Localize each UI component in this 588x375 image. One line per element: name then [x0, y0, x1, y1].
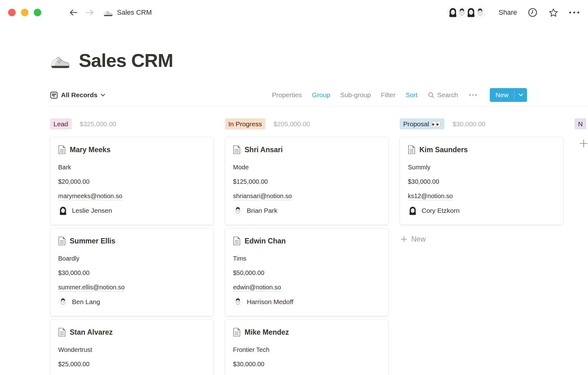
email-link[interactable]: ks12@notion.so	[408, 192, 453, 200]
avatar	[474, 7, 486, 18]
plus-icon	[400, 236, 408, 243]
forward-arrow-icon[interactable]	[85, 8, 94, 17]
filter-button[interactable]: Filter	[381, 91, 396, 99]
amount-field: $30,000.00	[58, 269, 205, 277]
zoom-window-button[interactable]	[34, 9, 41, 16]
card-kim-saunders[interactable]: Kim Saunders Summly $30,000.00 ks12@noti…	[400, 137, 563, 225]
card-title: Summer Ellis	[70, 237, 115, 245]
company-field: Summly	[408, 163, 554, 171]
page-icon	[58, 145, 66, 154]
favorite-star-icon[interactable]	[548, 8, 559, 18]
page-icon	[233, 145, 241, 154]
card-title: Edwin Chan	[245, 237, 286, 245]
sort-button[interactable]: Sort	[405, 91, 418, 99]
back-arrow-icon[interactable]	[69, 8, 78, 17]
company-field: Wondertrust	[58, 346, 205, 354]
status-badge[interactable]: N	[575, 118, 586, 129]
add-card-plus-icon[interactable]	[578, 138, 588, 149]
group-button[interactable]: Group	[312, 91, 330, 99]
company-field: Tims	[233, 255, 379, 262]
card-stan-alvarez[interactable]: Stan Alvarez Wondertrust $25,000.00 stan…	[50, 319, 214, 375]
add-card-button[interactable]: New	[400, 234, 426, 245]
column-sum: $30,000.00	[453, 120, 485, 128]
card-title: Shri Ansari	[245, 146, 283, 154]
properties-button[interactable]: Properties	[272, 91, 302, 99]
card-mary-meeks[interactable]: Mary Meeks Bark $20,000.00 marymeeks@not…	[50, 137, 214, 225]
view-more-options-icon[interactable]	[468, 93, 478, 97]
person-avatar	[233, 297, 243, 307]
eyes-emoji	[431, 121, 441, 128]
email-link[interactable]: marymeeks@notion.so	[58, 192, 122, 200]
status-badge[interactable]: Proposal	[400, 118, 444, 129]
breadcrumb-title: Sales CRM	[117, 8, 152, 17]
company-field: Mode	[233, 163, 379, 171]
card-title: Mike Mendez	[245, 328, 289, 337]
minimize-window-button[interactable]	[21, 9, 28, 16]
company-field: Frontier Tech	[233, 346, 379, 354]
person-name: Leslie Jensen	[72, 207, 112, 214]
status-label: N	[578, 118, 583, 129]
new-record-button[interactable]: New	[490, 88, 527, 102]
email-link[interactable]: shriansari@notion.so	[233, 192, 292, 200]
person-name: Cory Etzkorn	[422, 207, 459, 214]
page-icon	[233, 237, 241, 245]
card-summer-ellis[interactable]: Summer Ellis Boardly $30,000.00 summer.e…	[50, 228, 214, 316]
sub-group-button[interactable]: Sub-group	[340, 91, 371, 99]
close-window-button[interactable]	[8, 9, 16, 16]
page-sneaker-icon[interactable]	[50, 50, 71, 71]
share-button[interactable]: Share	[499, 8, 517, 17]
amount-field: $125,000.00	[233, 178, 379, 186]
email-link[interactable]: edwin@notion.so	[233, 283, 281, 292]
status-badge[interactable]: In Progress	[225, 118, 265, 129]
card-title: Mary Meeks	[70, 146, 110, 154]
more-options-icon[interactable]	[569, 12, 579, 13]
person-avatar	[58, 297, 68, 307]
status-label: Proposal	[403, 118, 429, 129]
board-column-proposal: Proposal $30,000.00 Kim Saunders Summly …	[400, 107, 563, 375]
updates-clock-icon[interactable]	[528, 8, 538, 18]
page-title[interactable]: Sales CRM	[79, 49, 173, 72]
person-avatar	[58, 206, 68, 216]
traffic-lights	[8, 9, 41, 16]
page-icon	[233, 328, 241, 337]
person-name: Harrison Medoff	[247, 298, 293, 306]
status-badge[interactable]: Lead	[50, 118, 72, 129]
column-sum: $205,000.00	[273, 120, 310, 128]
new-button-label: New	[490, 88, 514, 102]
board-column-clipped: N	[575, 107, 588, 375]
card-title: Stan Alvarez	[70, 328, 113, 337]
email-link[interactable]: summer.ellis@notion.so	[58, 283, 125, 292]
page-content: Sales CRM All Records Properties Group S…	[0, 49, 588, 375]
add-card-label: New	[411, 235, 426, 243]
card-edwin-chan[interactable]: Edwin Chan Tims $50,000.00 edwin@notion.…	[225, 228, 388, 316]
view-toolbar: All Records Properties Group Sub-group F…	[50, 88, 588, 107]
search-icon	[428, 92, 435, 99]
column-sum: $325,000.00	[80, 120, 116, 128]
view-switcher[interactable]: All Records	[50, 91, 105, 99]
card-title: Kim Saunders	[419, 146, 468, 154]
status-label: Lead	[53, 118, 68, 129]
board-column-lead: Lead $325,000.00 Mary Meeks Bark $20,000…	[50, 107, 214, 375]
sidebar-menu-icon[interactable]	[50, 9, 59, 16]
amount-field: $30,000.00	[233, 360, 379, 368]
collaborator-avatars[interactable]	[447, 7, 486, 18]
person-avatar	[408, 206, 418, 216]
board-column-in-progress: In Progress $205,000.00 Shri Ansari Mode…	[225, 107, 388, 375]
search-button[interactable]: Search	[428, 91, 458, 99]
board-view-icon	[50, 91, 58, 99]
page-icon	[58, 328, 66, 337]
amount-field: $30,000.00	[408, 178, 554, 186]
kanban-board: Lead $325,000.00 Mary Meeks Bark $20,000…	[50, 107, 588, 375]
page-icon	[408, 145, 415, 154]
amount-field: $25,000.00	[58, 360, 205, 368]
page-icon	[58, 237, 66, 245]
breadcrumb[interactable]: Sales CRM	[103, 8, 152, 17]
new-button-chevron-icon[interactable]	[514, 88, 527, 102]
current-view-label: All Records	[61, 91, 98, 99]
chevron-down-icon	[101, 94, 105, 97]
person-avatar	[233, 206, 243, 216]
card-shri-ansari[interactable]: Shri Ansari Mode $125,000.00 shriansari@…	[225, 137, 388, 225]
window-titlebar: Sales CRM Share	[0, 0, 588, 23]
card-mike-mendez[interactable]: Mike Mendez Frontier Tech $30,000.00 mik…	[225, 319, 388, 375]
person-name: Ben Lang	[72, 298, 100, 306]
